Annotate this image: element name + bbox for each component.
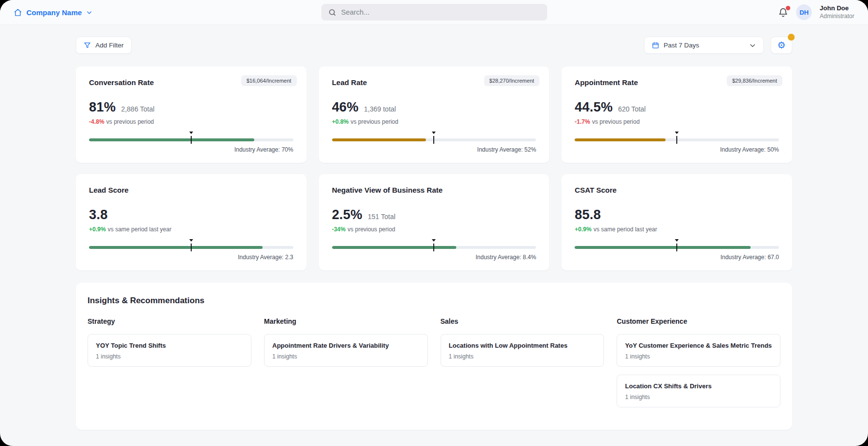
date-range-label: Past 7 Days [664,42,699,49]
metric-card-conversation-rate: Conversation Rate $16,064/Increment 81% … [76,67,307,163]
insight-title: Locations with Low Appointment Rates [449,342,596,349]
user-role: Administrator [820,13,854,20]
insights-title: Insights & Recommendations [88,296,780,306]
insight-item[interactable]: Location CX Shifts & Drivers 1 insights [617,375,780,407]
metric-value: 46% [332,100,359,115]
company-name: Company Name [26,8,82,17]
insight-count: 1 insights [96,353,243,360]
industry-average-marker [189,132,193,144]
filter-funnel-icon [84,42,91,49]
metric-card-lead-rate: Lead Rate $28,270/Increment 46% 1,369 to… [319,67,550,163]
user-meta[interactable]: John Doe Administrator [820,4,854,20]
increment-badge: $16,064/Increment [241,75,297,86]
metric-card-lead-score: Lead Score 3.8 +0.9%vs same period last … [76,174,307,270]
column-label: Customer Experience [617,317,780,325]
metric-progress-bar [89,246,293,249]
avatar[interactable]: DH [796,4,812,20]
metric-card-negative-view-rate: Negative View of Business Rate 2.5% 151 … [319,174,550,270]
industry-average-label: Industry Average: 70% [89,146,293,153]
insights-column-strategy: Strategy YOY Topic Trend Shifts 1 insigh… [88,317,251,407]
company-selector[interactable]: Company Name [14,8,92,17]
metric-progress-bar [332,246,536,249]
chevron-down-icon [86,9,92,16]
metric-delta: -4.8%vs previous period [89,118,293,125]
increment-badge: $29,836/Increment [727,75,782,86]
search-icon [328,8,336,17]
search-input[interactable] [341,8,540,16]
metric-value: 85.8 [575,207,601,223]
insight-item[interactable]: YoY Customer Experience & Sales Metric T… [617,334,780,367]
metric-title: CSAT Score [575,186,779,194]
metric-title: Lead Score [89,186,293,194]
settings-alert-dot [788,34,795,41]
metric-delta: +0.9%vs same period last year [575,226,779,233]
insights-column-customer-experience: Customer Experience YoY Customer Experie… [617,317,780,407]
metric-progress-bar [332,138,536,141]
industry-average-label: Industry Average: 52% [332,146,536,153]
chevron-down-icon [749,42,756,49]
column-label: Strategy [88,317,251,325]
insight-item[interactable]: YOY Topic Trend Shifts 1 insights [88,334,251,367]
user-name: John Doe [820,4,854,12]
metric-delta: -34%vs previous period [332,226,536,233]
metric-total: 2,886 Total [121,105,155,113]
metric-progress-bar [575,138,779,141]
increment-badge: $28,270/Increment [484,75,540,86]
insights-column-marketing: Marketing Appointment Rate Drivers & Var… [264,317,428,407]
metric-delta: +0.9%vs same period last year [89,226,293,233]
settings-button[interactable]: ⚙ [771,37,792,54]
topbar: Company Name DH John Doe Administrator [0,0,868,25]
metric-value: 2.5% [332,207,362,223]
search-bar[interactable] [321,4,547,21]
industry-average-marker [675,132,679,144]
add-filter-label: Add Filter [95,42,124,49]
calendar-icon [652,42,659,49]
industry-average-label: Industry Average: 2.3 [89,254,293,261]
date-range-dropdown[interactable]: Past 7 Days [644,37,764,54]
industry-average-marker [432,239,436,251]
filter-row: Add Filter Past 7 Days ⚙ [76,37,792,54]
insights-section: Insights & Recommendations Strategy YOY … [76,283,792,430]
column-label: Sales [441,317,604,325]
industry-average-marker [675,239,679,251]
insight-title: Location CX Shifts & Drivers [625,382,772,390]
metric-total: 620 Total [618,105,646,113]
dashboard-screen: Company Name DH John Doe Administrator [0,0,868,446]
industry-average-label: Industry Average: 67.0 [575,254,779,261]
metric-title: Negative View of Business Rate [332,186,536,194]
metric-card-csat-score: CSAT Score 85.8 +0.9%vs same period last… [561,174,792,270]
metric-value: 3.8 [89,207,108,223]
insight-item[interactable]: Appointment Rate Drivers & Variability 1… [264,334,428,367]
insight-item[interactable]: Locations with Low Appointment Rates 1 i… [441,334,604,367]
insight-title: YOY Topic Trend Shifts [96,342,243,349]
industry-average-marker [432,132,436,144]
column-label: Marketing [264,317,428,325]
insight-count: 1 insights [625,394,772,401]
insights-column-sales: Sales Locations with Low Appointment Rat… [441,317,604,407]
metric-value: 81% [89,100,116,115]
metric-progress-bar [575,246,779,249]
notification-dot [786,6,790,10]
insight-title: Appointment Rate Drivers & Variability [272,342,420,349]
metric-delta: -1.7%vs previous period [575,118,779,125]
notifications-button[interactable] [778,7,788,18]
metric-delta: +0.8%vs previous period [332,118,536,125]
insights-grid: Strategy YOY Topic Trend Shifts 1 insigh… [88,317,780,407]
insight-title: YoY Customer Experience & Sales Metric T… [625,342,772,349]
industry-average-label: Industry Average: 50% [575,146,779,153]
metric-card-appointment-rate: Appointment Rate $29,836/Increment 44.5%… [561,67,792,163]
metric-total: 1,369 total [364,105,396,113]
metric-value: 44.5% [575,100,613,115]
gear-icon: ⚙ [777,41,785,50]
metrics-grid: Conversation Rate $16,064/Increment 81% … [76,67,792,270]
industry-average-marker [189,239,193,251]
topbar-right: DH John Doe Administrator [778,4,854,20]
filter-right: Past 7 Days ⚙ [644,37,792,54]
insight-count: 1 insights [272,353,420,360]
metric-progress-bar [89,138,293,141]
metric-total: 151 Total [368,213,396,221]
add-filter-button[interactable]: Add Filter [76,37,132,54]
insight-count: 1 insights [449,353,596,360]
home-icon [14,8,22,17]
industry-average-label: Industry Average: 8.4% [332,254,536,261]
